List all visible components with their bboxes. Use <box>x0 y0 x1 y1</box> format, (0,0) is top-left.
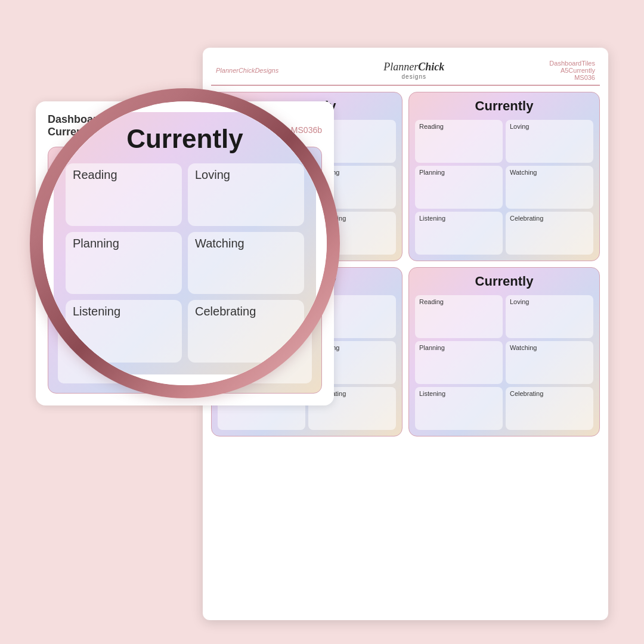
circle-field-label-listening: Listening <box>73 305 175 318</box>
magnifier-circle: Currently Reading Loving Planning Watchi… <box>30 88 340 398</box>
tile-4-title: Currently <box>415 274 593 289</box>
circle-field-loving: Loving <box>188 163 304 226</box>
circle-inner: Currently Reading Loving Planning Watchi… <box>43 101 327 385</box>
t2-planning: Planning <box>415 166 503 209</box>
logo-main-text: PlannerChick <box>383 61 444 73</box>
tile-4: Currently Reading Loving Planning Watchi… <box>408 267 600 436</box>
t2-celebrating: Celebrating <box>506 212 593 255</box>
tile-2-fields: Reading Loving Planning Watching Listeni… <box>415 120 593 255</box>
header-right: DashboardTiles A5Currently MS036 <box>549 60 595 81</box>
circle-field-label-celebrating: Celebrating <box>195 305 297 318</box>
circle-field-celebrating: Celebrating <box>188 300 304 363</box>
tile-2-title: Currently <box>415 98 593 114</box>
circle-tile-fields: Reading Loving Planning Watching Listeni… <box>66 163 304 363</box>
header-logo: PlannerChick designs <box>383 61 444 80</box>
sheet-header: PlannerChickDesigns PlannerChick designs… <box>211 56 600 86</box>
product-code: MS036 <box>549 74 595 81</box>
t4-watching: Watching <box>506 341 593 384</box>
tile-2: Currently Reading Loving Planning Watchi… <box>408 92 600 261</box>
product-name: A5Currently <box>549 67 595 74</box>
t2-listening: Listening <box>415 212 503 255</box>
t4-listening: Listening <box>415 387 503 430</box>
t4-planning: Planning <box>415 341 503 384</box>
t2-reading: Reading <box>415 120 503 163</box>
circle-field-planning: Planning <box>66 232 182 295</box>
product-line: DashboardTiles <box>549 60 595 67</box>
t4-reading: Reading <box>415 295 503 338</box>
circle-field-label-reading: Reading <box>73 168 175 182</box>
circle-tile-title: Currently <box>66 124 304 154</box>
circle-field-watching: Watching <box>188 232 304 295</box>
t2-watching: Watching <box>506 166 593 209</box>
circle-field-label-watching: Watching <box>195 237 297 250</box>
circle-tile: Currently Reading Loving Planning Watchi… <box>54 112 316 374</box>
t2-loving: Loving <box>506 120 593 163</box>
t4-celebrating: Celebrating <box>506 387 593 430</box>
tile-4-fields: Reading Loving Planning Watching Listeni… <box>415 295 593 430</box>
circle-field-label-planning: Planning <box>73 237 175 250</box>
circle-field-label-loving: Loving <box>195 168 297 182</box>
logo-sub-text: designs <box>402 73 426 80</box>
back-card-code: MS036b <box>291 125 322 135</box>
t4-loving: Loving <box>506 295 593 338</box>
circle-field-listening: Listening <box>66 300 182 363</box>
circle-field-reading: Reading <box>66 163 182 226</box>
header-brand-left: PlannerChickDesigns <box>216 67 278 74</box>
